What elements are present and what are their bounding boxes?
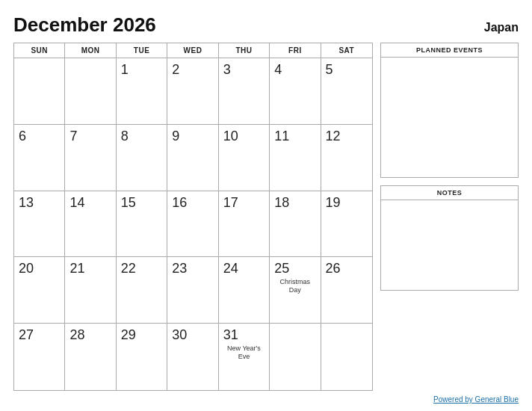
- month-year-title: December 2026: [13, 13, 156, 37]
- notes-header: NOTES: [381, 186, 518, 200]
- day-cell: 9: [167, 125, 218, 191]
- day-cell: 18: [270, 191, 321, 258]
- day-cell: 7: [65, 125, 116, 191]
- day-25-cell: 25 Christmas Day: [270, 257, 321, 324]
- dow-thu: THU: [219, 43, 270, 58]
- notes-box: NOTES: [380, 185, 519, 291]
- dow-fri: FRI: [270, 43, 321, 58]
- dow-tue: TUE: [117, 43, 167, 58]
- page: December 2026 Japan SUN MON TUE WED THU …: [0, 0, 532, 411]
- day-cell: [65, 58, 116, 125]
- planned-events-body: [381, 58, 518, 177]
- day-cell: 22: [117, 257, 167, 324]
- day-cell: [321, 324, 372, 390]
- day-cell: 5: [321, 58, 372, 125]
- day-cell: 14: [65, 191, 116, 258]
- day-cell: 6: [14, 125, 65, 191]
- dow-mon: MON: [65, 43, 116, 58]
- country-title: Japan: [484, 21, 519, 34]
- christmas-day-event: Christmas Day: [274, 278, 315, 294]
- day-cell: 30: [167, 324, 218, 390]
- day-cell: 13: [14, 191, 65, 258]
- dow-wed: WED: [167, 43, 218, 58]
- day-cell: [14, 58, 65, 125]
- day-cell: 26: [321, 257, 372, 324]
- day-cell: 17: [219, 191, 270, 258]
- day-cell: 3: [219, 58, 270, 125]
- day-cell: 20: [14, 257, 65, 324]
- day-31-cell: 31 New Year's Eve: [219, 324, 270, 390]
- day-cell: 2: [167, 58, 218, 125]
- day-cell: 11: [270, 125, 321, 191]
- day-cell: 23: [167, 257, 218, 324]
- dow-sat: SAT: [321, 43, 372, 58]
- header: December 2026 Japan: [13, 13, 519, 37]
- day-cell: 12: [321, 125, 372, 191]
- calendar: SUN MON TUE WED THU FRI SAT 1 2 3 4 5 6 …: [13, 43, 373, 391]
- day-cell: 28: [65, 324, 116, 390]
- day-cell: 19: [321, 191, 372, 258]
- day-of-week-header: SUN MON TUE WED THU FRI SAT: [14, 43, 372, 58]
- footer: Powered by General Blue: [13, 395, 519, 404]
- day-cell: 10: [219, 125, 270, 191]
- day-cell: 24: [219, 257, 270, 324]
- day-cell: 4: [270, 58, 321, 125]
- planned-events-header: PLANNED EVENTS: [381, 43, 518, 58]
- main-area: SUN MON TUE WED THU FRI SAT 1 2 3 4 5 6 …: [13, 43, 519, 391]
- powered-by-link[interactable]: Powered by General Blue: [433, 395, 519, 404]
- dow-sun: SUN: [14, 43, 65, 58]
- notes-body: [381, 200, 518, 290]
- planned-events-box: PLANNED EVENTS: [380, 43, 519, 178]
- day-cell: 8: [117, 125, 167, 191]
- day-cell: 27: [14, 324, 65, 390]
- days-grid: 1 2 3 4 5 6 7 8 9 10 11 12 13 14 15 16 1…: [14, 58, 372, 390]
- day-cell: 21: [65, 257, 116, 324]
- day-cell: [270, 324, 321, 390]
- day-cell: 29: [117, 324, 167, 390]
- day-cell: 16: [167, 191, 218, 258]
- day-cell: 15: [117, 191, 167, 258]
- new-years-eve-event: New Year's Eve: [223, 344, 265, 361]
- day-cell: 1: [117, 58, 167, 125]
- sidebar: PLANNED EVENTS NOTES: [380, 43, 519, 391]
